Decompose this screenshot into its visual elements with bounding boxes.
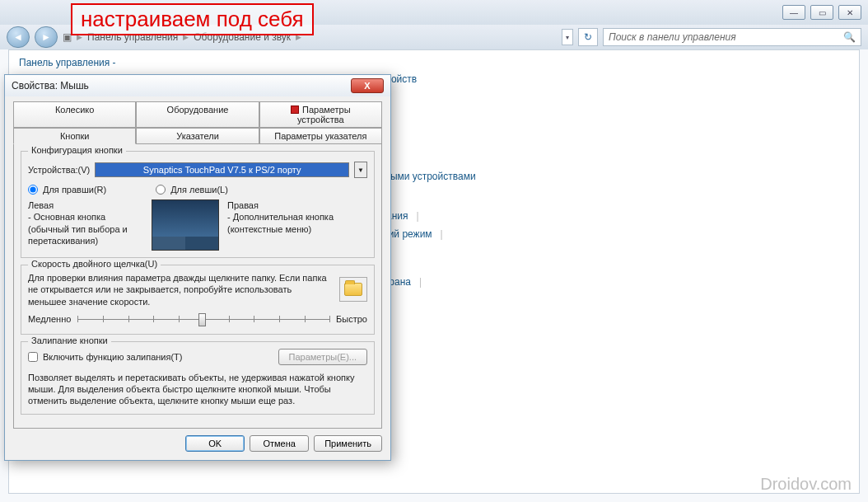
dialog-buttons: OK Отмена Применить	[13, 435, 382, 452]
address-dropdown[interactable]: ▾	[562, 29, 573, 45]
tab-buttons[interactable]: Кнопки	[13, 128, 136, 144]
fieldset-click-lock: Залипание кнопки Включить функцию залипа…	[21, 341, 375, 415]
tab-hardware[interactable]: Оборудование	[136, 101, 259, 128]
chevron-down-icon[interactable]: ▼	[354, 162, 367, 178]
devices-label: Устройства:(V)	[28, 165, 90, 175]
right-button-desc: Правая - Дополнительная кнопка (контекст…	[227, 199, 367, 235]
tab-row-top: Колесико Оборудование Параметры устройст…	[13, 101, 382, 128]
speed-slider[interactable]: Медленно Быстро	[28, 311, 367, 327]
radio-right-handed[interactable]: Для правши(R)	[28, 185, 106, 195]
apply-button[interactable]: Применить	[314, 435, 382, 452]
forward-button[interactable]: ►	[35, 26, 58, 48]
speed-desc: Для проверки влияния параметра дважды ще…	[28, 272, 331, 307]
clicklock-desc: Позволяет выделять и перетаскивать объек…	[28, 372, 367, 407]
clicklock-checkbox[interactable]: Включить функцию залипания(T)	[28, 352, 183, 362]
device-select[interactable]: Synaptics TouchPad V7.5 к PS/2 порту	[95, 162, 349, 177]
ok-button[interactable]: OK	[185, 435, 245, 452]
maximize-button[interactable]: ▭	[810, 5, 833, 20]
dialog-title: Свойства: Мышь	[12, 80, 89, 91]
tab-row-bottom: Кнопки Указатели Параметры указателя	[13, 128, 382, 144]
dialog-titlebar[interactable]: Свойства: Мышь X	[5, 75, 390, 96]
refresh-button[interactable]: ↻	[578, 28, 598, 46]
back-button[interactable]: ◄	[7, 26, 30, 48]
legend: Конфигурация кнопки	[28, 145, 126, 155]
slider-track[interactable]	[77, 311, 329, 327]
annotation-overlay: настраиваем под себя	[71, 3, 314, 35]
tab-device-params[interactable]: Параметры устройства	[259, 101, 382, 128]
left-button-desc: Левая - Основная кнопка (обычный тип выб…	[28, 199, 143, 246]
watermark: Droidov.com	[760, 475, 852, 494]
slider-thumb[interactable]	[198, 313, 206, 326]
tab-pointer-params[interactable]: Параметры указателя	[259, 128, 382, 144]
test-folder[interactable]	[339, 277, 367, 302]
minimize-button[interactable]: —	[782, 5, 805, 20]
tab-wheel[interactable]: Колесико	[13, 101, 136, 128]
close-button[interactable]: ✕	[838, 5, 861, 20]
synaptics-icon	[291, 106, 299, 114]
legend: Скорость двойного щелчка(U)	[28, 259, 161, 269]
close-icon[interactable]: X	[351, 78, 384, 93]
search-input[interactable]: Поиск в панели управления 🔍	[603, 28, 861, 46]
fast-label: Быстро	[336, 314, 367, 324]
tab-panel-buttons: Конфигурация кнопки Устройства:(V) Synap…	[13, 144, 382, 429]
search-icon: 🔍	[843, 31, 856, 43]
tab-pointers[interactable]: Указатели	[136, 128, 259, 144]
touchpad-image	[152, 199, 219, 251]
legend: Залипание кнопки	[28, 335, 111, 345]
dialog-body: Колесико Оборудование Параметры устройст…	[5, 96, 390, 460]
cancel-button[interactable]: Отмена	[250, 435, 309, 452]
search-placeholder: Поиск в панели управления	[609, 31, 736, 43]
clicklock-params-button: Параметры(E)...	[278, 349, 367, 365]
folder-icon	[344, 283, 362, 296]
fieldset-button-config: Конфигурация кнопки Устройства:(V) Synap…	[21, 151, 375, 258]
radio-left-handed[interactable]: Для левши(L)	[156, 185, 228, 195]
slow-label: Медленно	[28, 314, 71, 324]
mouse-properties-dialog: Свойства: Мышь X Колесико Оборудование П…	[4, 74, 391, 461]
fieldset-double-click-speed: Скорость двойного щелчка(U) Для проверки…	[21, 265, 375, 335]
